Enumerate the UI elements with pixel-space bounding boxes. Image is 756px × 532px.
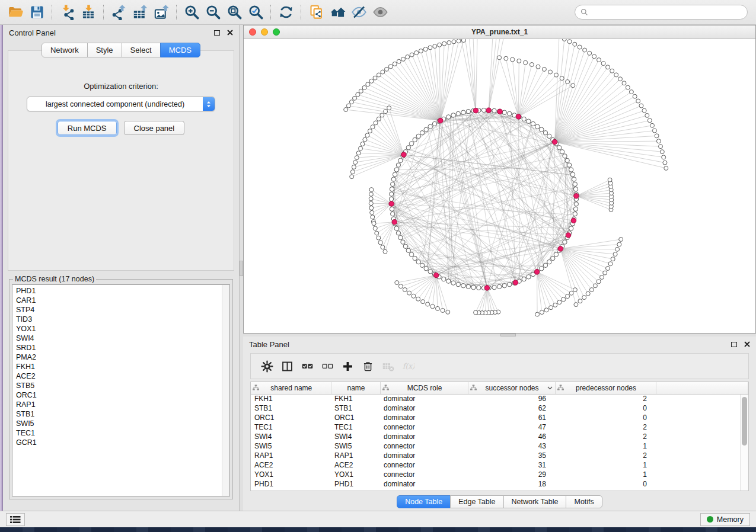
tab-network[interactable]: Network bbox=[42, 43, 88, 57]
import-table-button[interactable] bbox=[78, 2, 99, 23]
splitter-grip[interactable] bbox=[500, 334, 516, 336]
cell-MCDS-role: dominator bbox=[380, 451, 468, 460]
mcds-result-item[interactable]: TID3 bbox=[16, 315, 229, 324]
cell-MCDS-role: connector bbox=[380, 460, 468, 470]
tab-network-table[interactable]: Network Table bbox=[503, 495, 567, 508]
criterion-select[interactable]: largest connected component (undirected) bbox=[27, 97, 215, 111]
mcds-result-item[interactable]: RAP1 bbox=[16, 400, 229, 409]
column-browser-button[interactable] bbox=[278, 357, 296, 375]
table-row[interactable]: ORC1ORC1dominator610 bbox=[251, 413, 748, 422]
zoom-in-button[interactable] bbox=[181, 2, 202, 23]
export-table-button[interactable] bbox=[129, 2, 151, 23]
splitter-grip[interactable] bbox=[240, 261, 243, 276]
close-panel-button[interactable] bbox=[227, 30, 233, 36]
first-neighbors-button[interactable] bbox=[327, 2, 348, 23]
cell-predecessor-nodes: 2 bbox=[555, 394, 656, 403]
import-network-icon bbox=[59, 4, 75, 20]
cell-shared-name: FKH1 bbox=[251, 394, 331, 403]
tab-edge-table[interactable]: Edge Table bbox=[450, 495, 503, 508]
table-row[interactable]: STB1STB1dominator620 bbox=[251, 403, 748, 413]
mcds-result-item[interactable]: GCR1 bbox=[16, 438, 229, 447]
mcds-result-item[interactable]: PMA2 bbox=[16, 352, 229, 362]
run-mcds-button[interactable]: Run MCDS bbox=[58, 121, 117, 135]
column-header-shared-name[interactable]: shared name bbox=[251, 382, 331, 394]
mcds-tab-content: Optimization criterion: largest connecte… bbox=[8, 50, 234, 271]
network-title: YPA_prune.txt_1 bbox=[244, 28, 755, 36]
mcds-result-item[interactable]: FKH1 bbox=[16, 362, 229, 371]
maximize-window-button[interactable] bbox=[273, 28, 280, 36]
cell-name: ORC1 bbox=[331, 413, 380, 422]
mcds-result-item[interactable]: TEC1 bbox=[16, 428, 229, 438]
refresh-view-button[interactable] bbox=[275, 2, 296, 23]
mcds-result-item[interactable]: ACE2 bbox=[16, 371, 229, 381]
export-image-button[interactable] bbox=[151, 2, 172, 23]
zoom-selected-button[interactable] bbox=[245, 2, 266, 23]
close-table-panel-button[interactable] bbox=[744, 341, 750, 347]
scrollbar-thumb[interactable] bbox=[742, 397, 747, 446]
mcds-result-item[interactable]: STB5 bbox=[16, 381, 229, 390]
table-row[interactable]: SWI5SWI5connector431 bbox=[251, 441, 748, 451]
search-input[interactable] bbox=[592, 8, 742, 17]
mcds-result-item[interactable]: CAR1 bbox=[16, 296, 229, 305]
column-header-MCDS-role[interactable]: MCDS role bbox=[380, 382, 468, 394]
deselect-all-rows-button[interactable] bbox=[318, 357, 336, 375]
table-row[interactable]: PHD1PHD1dominator180 bbox=[251, 479, 748, 489]
hide-selected-button[interactable] bbox=[348, 2, 369, 23]
mcds-result-item[interactable]: SWI4 bbox=[16, 334, 229, 343]
memory-label: Memory bbox=[717, 515, 744, 524]
mcds-result-item[interactable]: SRD1 bbox=[16, 343, 229, 352]
mcds-result-item[interactable]: STP4 bbox=[16, 305, 229, 315]
cell-MCDS-role: connector bbox=[380, 470, 468, 479]
delete-rows-button[interactable] bbox=[359, 357, 377, 375]
mcds-result-item[interactable]: ORC1 bbox=[16, 390, 229, 400]
import-network-button[interactable] bbox=[56, 2, 78, 23]
zoom-fit-button[interactable] bbox=[224, 2, 245, 23]
tab-node-table[interactable]: Node Table bbox=[397, 495, 451, 508]
cell-MCDS-role: dominator bbox=[380, 432, 468, 441]
table-row[interactable]: TEC1TEC1connector472 bbox=[251, 422, 748, 432]
select-all-rows-button[interactable] bbox=[298, 357, 316, 375]
table-row[interactable]: YOX1YOX1connector291 bbox=[251, 470, 748, 479]
tab-motifs[interactable]: Motifs bbox=[566, 495, 602, 508]
close-window-button[interactable] bbox=[249, 28, 256, 36]
mcds-result-item[interactable]: SWI5 bbox=[16, 419, 229, 428]
save-session-button[interactable] bbox=[26, 2, 47, 23]
table-row[interactable]: RAP1RAP1dominator352 bbox=[251, 451, 748, 460]
desktop-wallpaper bbox=[0, 527, 756, 532]
toolbar-separator bbox=[176, 5, 177, 20]
export-network-button[interactable] bbox=[108, 2, 129, 23]
table-scrollbar[interactable] bbox=[740, 395, 748, 491]
column-header-successor-nodes[interactable]: successor nodes bbox=[468, 382, 555, 394]
mcds-result-item[interactable]: PHD1 bbox=[16, 286, 229, 296]
network-canvas[interactable] bbox=[244, 39, 755, 333]
memory-button[interactable]: Memory bbox=[700, 513, 750, 526]
tab-select[interactable]: Select bbox=[122, 43, 161, 57]
column-header-predecessor-nodes[interactable]: predecessor nodes bbox=[555, 382, 656, 394]
tab-style[interactable]: Style bbox=[87, 43, 122, 57]
cell-name: YOX1 bbox=[331, 470, 380, 479]
tab-mcds[interactable]: MCDS bbox=[160, 43, 200, 57]
network-view-window: YPA_prune.txt_1 bbox=[243, 25, 756, 334]
list-scrollbar[interactable] bbox=[222, 285, 229, 496]
table-settings-button[interactable] bbox=[258, 357, 276, 375]
column-header-name[interactable]: name bbox=[331, 382, 380, 394]
clone-network-button[interactable] bbox=[305, 2, 327, 23]
horizontal-splitter[interactable] bbox=[243, 334, 756, 336]
show-all-button[interactable] bbox=[369, 2, 391, 23]
table-row[interactable]: ACE2ACE2connector311 bbox=[251, 460, 748, 470]
task-history-button[interactable] bbox=[6, 513, 25, 526]
mcds-result-item[interactable]: YOX1 bbox=[16, 324, 229, 334]
table-row[interactable]: SWI4SWI4dominator462 bbox=[251, 432, 748, 441]
open-file-button[interactable] bbox=[5, 2, 26, 23]
table-row[interactable]: FKH1FKH1dominator962 bbox=[251, 394, 748, 403]
create-column-button[interactable] bbox=[339, 357, 356, 375]
mcds-result-item[interactable]: STB1 bbox=[16, 409, 229, 419]
float-panel-button[interactable] bbox=[214, 30, 220, 36]
column-namespace-icon bbox=[557, 384, 564, 391]
cell-successor-nodes: 18 bbox=[468, 479, 555, 489]
minimize-window-button[interactable] bbox=[261, 28, 268, 36]
float-table-panel-button[interactable] bbox=[731, 342, 737, 347]
close-panel-button-mcds[interactable]: Close panel bbox=[124, 121, 185, 135]
vertical-splitter[interactable] bbox=[240, 25, 243, 511]
zoom-out-button[interactable] bbox=[202, 2, 224, 23]
